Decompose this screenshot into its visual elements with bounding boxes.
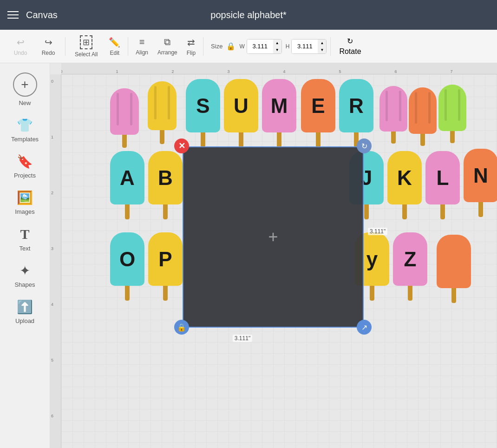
new-button-circle[interactable]: + <box>13 72 37 97</box>
ruler-mark: 0 <box>51 79 53 84</box>
ruler-mark: 7 <box>450 69 452 74</box>
edit-icon: ✏️ <box>109 37 120 48</box>
sidebar-item-templates[interactable]: 👕 Templates <box>0 112 50 148</box>
upload-icon: ⬆️ <box>17 299 33 315</box>
size-controls: Size 🔒 W ▲ ▼ H ▲ ▼ <box>211 39 327 54</box>
sidebar-shapes-label: Shapes <box>14 281 35 288</box>
divider-1 <box>65 37 65 56</box>
lock-aspect-icon[interactable]: 🔒 <box>226 42 235 51</box>
sidebar-upload-label: Upload <box>15 317 34 324</box>
toolbar: ↩ Undo ↪ Redo ⊞ Select All ✏️ Edit ≡ Ali… <box>0 30 497 63</box>
popsicle-item[interactable]: P <box>148 232 183 301</box>
ruler-mark: 5 <box>339 69 341 74</box>
flip-dropdown[interactable]: ⇄ Flip <box>183 34 199 59</box>
align-dropdown[interactable]: ≡ Align <box>132 34 152 59</box>
popsicle-item[interactable]: S <box>186 79 220 147</box>
ruler-mark: 2 <box>171 69 174 74</box>
popsicle-item[interactable] <box>437 235 471 303</box>
ruler-left: 0 1 2 3 4 5 6 <box>50 74 61 448</box>
width-down-button[interactable]: ▼ <box>273 46 281 53</box>
sidebar-templates-label: Templates <box>11 136 39 143</box>
sidebar-item-shapes[interactable]: ✦ Shapes <box>0 257 50 294</box>
templates-icon: 👕 <box>17 118 33 133</box>
popsicle-item[interactable]: E <box>301 79 335 147</box>
height-up-button[interactable]: ▲ <box>318 40 326 46</box>
sidebar-item-images[interactable]: 🖼️ Images <box>0 184 50 221</box>
ruler-mark: 0 <box>61 69 63 74</box>
height-spinners: ▲ ▼ <box>318 40 326 53</box>
popsicle-item[interactable]: O <box>110 232 144 301</box>
menu-button[interactable] <box>7 11 19 19</box>
ruler-mark: 3 <box>227 69 229 74</box>
width-spinners: ▲ ▼ <box>273 40 281 53</box>
select-all-icon: ⊞ <box>80 35 92 49</box>
divider-2 <box>128 37 128 56</box>
popsicle-item[interactable] <box>110 88 139 148</box>
popsicle-item[interactable]: L <box>425 151 460 219</box>
sidebar-text-label: Text <box>20 245 31 252</box>
rotate-button[interactable]: ↻ Rotate <box>334 34 366 59</box>
height-dimension-label: 3.111" <box>368 228 387 235</box>
divider-3 <box>203 37 203 56</box>
sidebar-images-label: Images <box>15 208 35 215</box>
popsicle-item[interactable]: U <box>224 79 258 147</box>
size-label: Size <box>211 43 222 50</box>
ruler-mark: 6 <box>51 414 53 418</box>
grid-canvas: S U M E R <box>61 74 497 448</box>
popsicle-item[interactable]: M <box>262 79 296 147</box>
width-label: W <box>239 43 244 50</box>
height-down-button[interactable]: ▼ <box>318 46 326 53</box>
ruler-mark: 2 <box>51 191 53 195</box>
flip-icon: ⇄ <box>187 37 195 48</box>
popsicle-item[interactable]: A <box>110 151 144 219</box>
sidebar-projects-label: Projects <box>14 172 36 179</box>
popsicle-item[interactable] <box>409 87 437 146</box>
canvas-area[interactable]: 0 1 2 3 4 5 6 7 0 1 2 3 4 5 6 <box>50 63 497 448</box>
selection-overlay[interactable]: + <box>183 146 364 328</box>
scale-handle[interactable]: ↗ <box>357 320 372 335</box>
text-icon: T <box>20 226 29 242</box>
header: Canvas popsicle alphabet* <box>0 0 497 30</box>
popsicle-item[interactable] <box>379 86 407 144</box>
ruler-mark: 4 <box>51 302 53 307</box>
width-input-wrap: ▲ ▼ <box>247 39 282 54</box>
popsicle-item[interactable]: N <box>464 149 497 217</box>
popsicle-item[interactable]: K <box>387 151 422 219</box>
popsicle-item[interactable]: R <box>339 79 373 147</box>
height-input[interactable] <box>292 40 318 53</box>
sidebar: + New 👕 Templates 🔖 Projects 🖼️ Images T… <box>0 63 50 448</box>
popsicle-item[interactable]: Z <box>393 232 427 301</box>
project-name: popsicle alphabet* <box>210 10 286 20</box>
lock-handle[interactable]: 🔒 <box>174 320 189 335</box>
app-title: Canvas <box>26 10 58 20</box>
select-all-button[interactable]: ⊞ Select All <box>69 33 103 60</box>
plus-icon: + <box>268 227 278 247</box>
ruler-mark: 6 <box>394 69 397 74</box>
sidebar-item-text[interactable]: T Text <box>0 221 50 257</box>
redo-icon: ↪ <box>45 37 52 48</box>
delete-button[interactable]: ✕ <box>174 138 189 153</box>
rotate-handle[interactable]: ↻ <box>357 138 372 153</box>
arrange-icon: ⧉ <box>164 37 170 47</box>
sidebar-item-upload[interactable]: ⬆️ Upload <box>0 294 50 330</box>
ruler-mark: 1 <box>116 69 118 74</box>
width-up-button[interactable]: ▲ <box>273 40 281 46</box>
sidebar-item-projects[interactable]: 🔖 Projects <box>0 148 50 184</box>
sidebar-item-new[interactable]: + New <box>0 67 50 112</box>
popsicle-item[interactable]: B <box>148 151 183 219</box>
height-field-group: H ▲ ▼ <box>286 39 327 54</box>
width-input[interactable] <box>247 40 273 53</box>
arrange-dropdown[interactable]: ⧉ Arrange <box>154 34 181 59</box>
popsicle-item[interactable] <box>148 81 177 144</box>
popsicle-item[interactable] <box>438 85 466 143</box>
redo-button[interactable]: ↪ Redo <box>35 34 61 59</box>
main-layout: + New 👕 Templates 🔖 Projects 🖼️ Images T… <box>0 63 497 448</box>
ruler-mark: 5 <box>51 358 53 362</box>
plus-icon: + <box>21 78 28 91</box>
shapes-icon: ✦ <box>20 263 30 278</box>
ruler-mark: 3 <box>51 246 53 251</box>
projects-icon: 🔖 <box>17 154 33 169</box>
edit-dropdown[interactable]: ✏️ Edit <box>105 34 124 59</box>
undo-button[interactable]: ↩ Undo <box>7 34 33 59</box>
ruler-mark: 1 <box>51 135 53 139</box>
